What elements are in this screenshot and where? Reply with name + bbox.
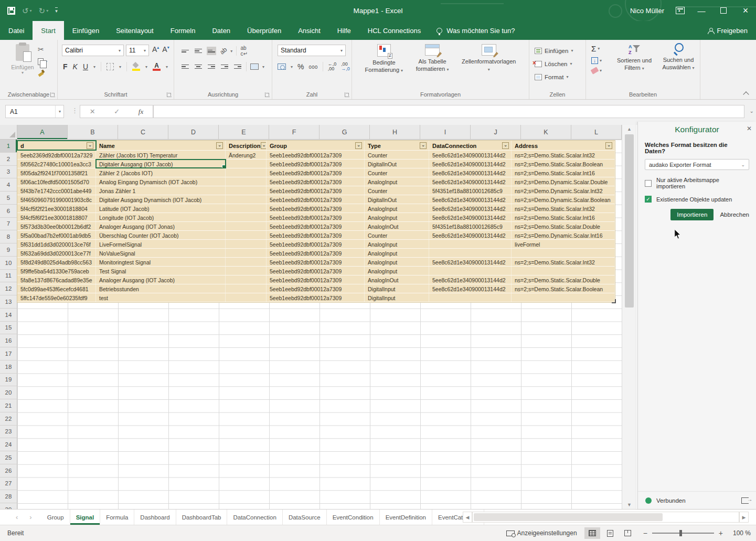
table-cell[interactable]: 5eeb1eebd92dbf00012a7309 [267,168,365,177]
table-cell[interactable]: NoValueSignal [96,249,226,257]
table-cell[interactable]: 5ee8c62d1e340900013144d2 [429,168,512,177]
decrease-indent-button[interactable] [220,62,229,71]
table-cell[interactable]: Digitaler Ausgang (IOT Jacob) [96,160,226,168]
checkbox-active-workbook[interactable]: Nur aktive Arbeitsmappe importieren [645,177,749,189]
align-top-button[interactable] [180,47,190,55]
chevron-down-icon[interactable]: ▾ [262,65,264,69]
table-cell[interactable]: test [96,293,226,302]
table-cell[interactable]: AnalogInput [365,213,429,221]
select-all-corner[interactable] [0,125,17,140]
table-cell[interactable]: Analog Eingang Dynamisch (IOT Jacob) [96,177,226,186]
table-cell[interactable]: 5eeb1eebd92dbf00012a7309 [267,177,365,186]
table-cell[interactable]: 5eeb1eebd92dbf00012a7309 [267,160,365,168]
table-cell[interactable]: 5ee8c62d1e340900013144d2 [429,231,512,239]
row-header-21[interactable]: 21 [0,399,17,412]
row-header-10[interactable]: 10 [0,257,17,270]
column-header-K[interactable]: K [521,125,571,140]
table-header-Type[interactable]: Type⌄ [365,141,429,150]
comma-style-button[interactable]: 000 [308,64,317,70]
row-header-2[interactable]: 2 [0,153,17,166]
orientation-icon[interactable]: ab [220,47,227,55]
paste-button[interactable]: Einfügen ▾ [6,44,39,75]
bold-button[interactable]: F [63,62,68,71]
row-header-6[interactable]: 6 [0,205,17,218]
table-cell[interactable]: Überschlag Counter (IOT Jacob) [96,231,226,239]
horizontal-scrollbar[interactable]: ◀ ▶ [463,512,749,523]
borders-icon[interactable] [107,63,114,70]
table-cell[interactable]: Zähler (Jacobs IOT) Temperatur [96,151,226,159]
table-cell[interactable]: 5f06ac10fedfd50001505d70 [17,177,96,186]
table-cell[interactable]: 5ee8c62d1e340900013144d2 [429,151,512,159]
row-header-7[interactable]: 7 [0,218,17,231]
chevron-down-icon[interactable]: ▾ [93,65,95,69]
column-header-J[interactable]: J [471,125,521,140]
zoom-out-button[interactable]: − [643,529,647,537]
sheet-tab-EventDefinition[interactable]: EventDefinition [380,510,432,525]
table-cell[interactable]: 5f5a00bad7b2ef0001ab9db5 [17,231,96,239]
table-cell[interactable]: Analoger Ausgang (IOT Jonas) [96,222,226,230]
table-cell[interactable]: AnalogInput [365,267,429,275]
sheet-tab-DataConnection[interactable]: DataConnection [227,510,282,525]
row-header-17[interactable]: 17 [0,347,17,360]
table-cell[interactable]: 5f05da2f9241f70001358f21 [17,168,96,177]
table-cell[interactable] [226,177,267,186]
chevron-down-icon[interactable]: ▾ [145,65,147,69]
sign-out-icon[interactable] [741,497,749,504]
table-cell[interactable]: ns=2;s=Demo.Static.Scalar.Double [512,222,615,230]
table-cell[interactable]: ns=2;s=Demo.Static.Scalar.Int32 [512,204,615,213]
table-cell[interactable]: 5eeb1eebd92dbf00012a7309 [267,293,365,302]
tab-ansicht[interactable]: Ansicht [290,21,329,40]
vertical-scroll-thumb[interactable] [625,134,634,307]
table-cell[interactable]: 5eeb2369d92dbf00012a7329 [17,151,96,159]
row-header-16[interactable]: 16 [0,334,17,347]
sheet-tab-Formula[interactable]: Formula [100,510,134,525]
cancel-entry-icon[interactable]: ✕ [90,108,95,115]
table-cell[interactable]: ns=2;s=Demo.Static.Scalar.Int16 [512,213,615,221]
table-cell[interactable]: ns=2;s=Demo.Static.Scalar.Int32 [512,258,615,266]
table-cell[interactable]: Latitude (IOT Jacob) [96,204,226,213]
tab-ueberpruefen[interactable]: Überprüfen [239,21,290,40]
table-cell[interactable]: DigitalInOut [365,160,429,168]
table-header-Description[interactable]: Description⌄ [226,141,267,150]
column-header-E[interactable]: E [219,125,269,140]
column-header-G[interactable]: G [320,125,370,140]
chevron-down-icon[interactable]: ▾ [119,65,121,69]
align-bottom-button[interactable] [207,47,216,55]
row-header-22[interactable]: 22 [0,412,17,426]
horizontal-scroll-thumb[interactable] [474,513,663,521]
table-cell[interactable]: 5eeb1eebd92dbf00012a7309 [267,151,365,159]
font-name-combo[interactable]: Calibri▾ [62,45,124,56]
sheet-tab-Group[interactable]: Group [41,510,70,525]
column-header-C[interactable]: C [118,125,168,140]
table-cell[interactable]: ns=2;s=Demo.Static.Scalar.Double [512,275,615,284]
tab-formeln[interactable]: Formeln [162,21,204,40]
table-cell[interactable]: 5eeb1eebd92dbf00012a7309 [267,258,365,266]
tab-hcl-connections[interactable]: HCL Connections [359,21,429,40]
table-cell[interactable]: Longitude (IOT Jacob) [96,213,226,221]
table-cell[interactable]: 5eeb1eebd92dbf00012a7309 [267,240,365,248]
table-cell[interactable] [226,168,267,177]
row-header-29[interactable]: 29 [0,503,17,509]
table-cell[interactable] [226,222,267,230]
table-cell[interactable] [429,293,512,302]
prev-sheet-icon[interactable]: ‹ [16,513,18,521]
scroll-left-icon[interactable]: ◀ [463,512,472,523]
filter-dropdown-icon[interactable]: ⌄ [502,142,509,149]
table-cell[interactable]: 5f9ffe5ba54d1330e759aceb [17,267,96,275]
table-cell[interactable]: 5eeb1eebd92dbf00012a7309 [267,204,365,213]
table-cell[interactable]: Digitaler Ausgang Dynamisch (IOT Jacob) [96,195,226,204]
table-cell[interactable] [226,267,267,275]
tab-start[interactable]: Start [33,21,63,40]
fill-button[interactable]: ↓▾ [591,57,602,64]
align-left-button[interactable] [180,62,190,71]
row-header-4[interactable]: 4 [0,178,17,192]
align-center-button[interactable] [194,62,203,71]
tab-einfuegen[interactable]: Einfügen [64,21,108,40]
scroll-up-icon[interactable]: ▲ [622,126,636,132]
table-cell[interactable]: 5f4cf5f6f21ee30001818807 [17,213,96,221]
format-cells-button[interactable]: Format▾ [535,70,585,83]
sheet-tab-DashboardTab[interactable]: DashboardTab [176,510,228,525]
conditional-formatting-button[interactable]: Bedingte Formatierung ▾ [365,44,403,75]
table-cell[interactable]: 5eeb1eebd92dbf00012a7309 [267,213,365,221]
maximize-button[interactable] [718,6,729,15]
